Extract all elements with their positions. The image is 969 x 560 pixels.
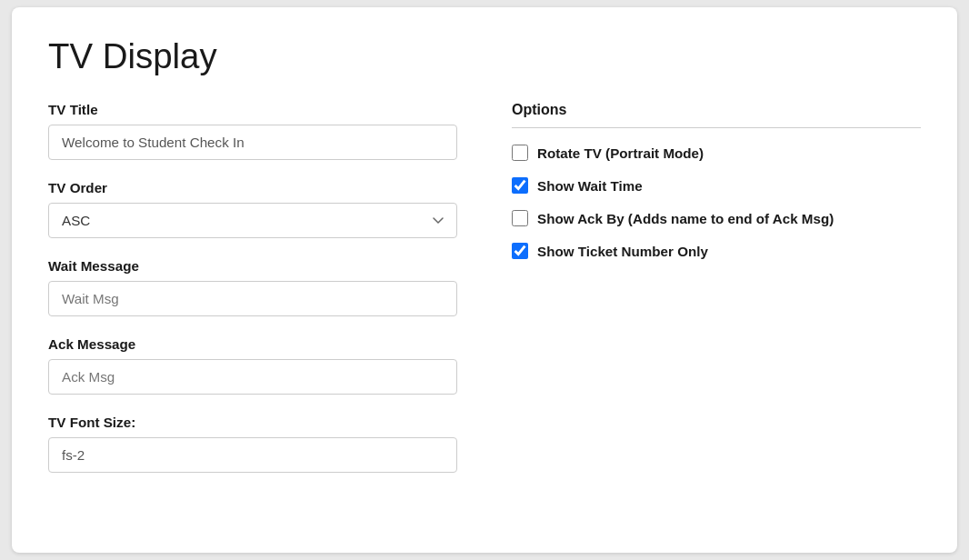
wait-message-input[interactable]	[48, 281, 457, 316]
wait-message-label: Wait Message	[48, 258, 457, 274]
tv-font-size-input[interactable]	[48, 437, 457, 473]
show-ack-by-checkbox[interactable]	[512, 210, 528, 226]
show-wait-time-checkbox-item[interactable]: Show Wait Time	[512, 177, 921, 194]
ack-message-input[interactable]	[48, 359, 457, 395]
tv-title-label: TV Title	[48, 102, 457, 117]
right-column: Options Rotate TV (Portrait Mode) Show W…	[512, 102, 921, 493]
tv-order-group: TV Order ASC DESC	[48, 180, 457, 238]
show-wait-time-checkbox[interactable]	[512, 177, 528, 194]
show-ack-by-label: Show Ack By (Adds name to end of Ack Msg…	[537, 211, 834, 226]
rotate-tv-checkbox-item[interactable]: Rotate TV (Portrait Mode)	[512, 145, 921, 161]
page-title: TV Display	[48, 36, 921, 76]
form-layout: TV Title TV Order ASC DESC Wait Message …	[48, 102, 921, 493]
show-ticket-number-checkbox-item[interactable]: Show Ticket Number Only	[512, 243, 921, 259]
rotate-tv-label: Rotate TV (Portrait Mode)	[537, 145, 704, 161]
ack-message-group: Ack Message	[48, 336, 457, 395]
rotate-tv-checkbox[interactable]	[512, 145, 528, 161]
tv-font-size-group: TV Font Size:	[48, 415, 457, 473]
show-wait-time-label: Show Wait Time	[537, 178, 643, 194]
options-divider	[512, 127, 921, 128]
tv-title-input[interactable]	[48, 125, 457, 160]
show-ticket-number-label: Show Ticket Number Only	[537, 244, 708, 259]
wait-message-group: Wait Message	[48, 258, 457, 316]
options-title: Options	[512, 102, 921, 118]
tv-order-label: TV Order	[48, 180, 457, 195]
tv-display-card: TV Display TV Title TV Order ASC DESC Wa…	[12, 7, 957, 553]
ack-message-label: Ack Message	[48, 336, 457, 352]
show-ticket-number-checkbox[interactable]	[512, 243, 528, 259]
tv-order-select[interactable]: ASC DESC	[48, 203, 457, 238]
tv-title-group: TV Title	[48, 102, 457, 160]
tv-font-size-label: TV Font Size:	[48, 415, 457, 430]
show-ack-by-checkbox-item[interactable]: Show Ack By (Adds name to end of Ack Msg…	[512, 210, 921, 226]
left-column: TV Title TV Order ASC DESC Wait Message …	[48, 102, 457, 493]
